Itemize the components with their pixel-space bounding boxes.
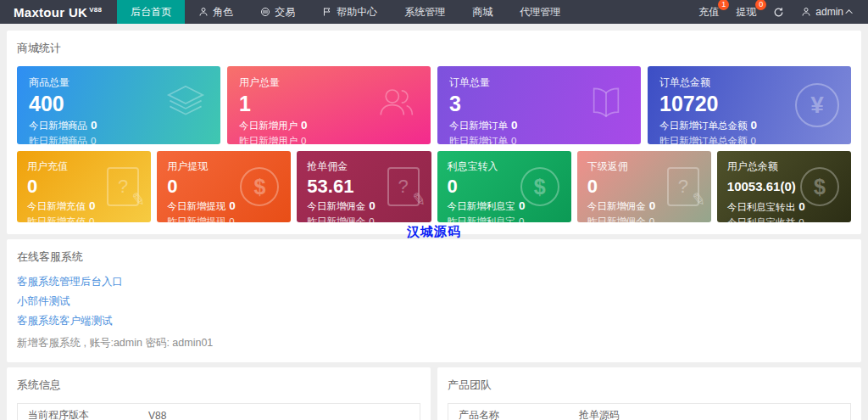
app-logo: Maxtour UK V88 [0,0,117,24]
book-icon [583,81,629,130]
document-question-icon: ?✎ [667,167,699,206]
stat-card-total-order-amount: 订单总金额 10720 今日新增订单总金额0 昨日新增订单总金额0 ¥ [648,66,851,144]
system-info-panel: 系统信息 当前程序版本V88 运行PHP版本7.2.33 ThinkPHP版本5… [7,367,431,420]
stat-card-interest-transfer-in: 利息宝转入 0 今日新增利息宝0 昨日新增利息宝0 $ [437,151,571,222]
stat-card-user-recharge: 用户充值 0 今日新增充值0 昨日新增充值0 ?✎ [17,151,151,222]
system-info-table: 当前程序版本V88 运行PHP版本7.2.33 ThinkPHP版本5.1.38… [17,403,420,420]
table-row: 产品名称抢单源码 [448,404,851,420]
stat-card-user-total-balance: 用户总余额 10053.61(0) 今日利息宝转出0 今日利息宝收益0 $ [717,151,851,222]
yen-circle-icon: ¥ [795,83,839,127]
service-client-test-link[interactable]: 客服系统客户端测试 [17,314,851,328]
service-account-note: 新增客服系统 , 账号:admin 密码: admin01 [17,336,851,350]
nav-item-help-center[interactable]: 帮助中心 [309,0,391,24]
product-team-panel: 产品团队 产品名称抢单源码 产品说明本产品只为学习测试交流,请勿要做商业或者用于… [437,367,861,420]
widget-test-link[interactable]: 小部件测试 [17,294,851,308]
stat-card-total-users: 用户总量 1 今日新增用户0 昨日新增用户0 [227,66,431,144]
user-menu[interactable]: admin [801,6,853,18]
transaction-icon [260,7,270,17]
flag-icon [322,7,332,17]
dollar-circle-icon: $ [520,167,559,206]
nav-item-mall[interactable]: 商城 [459,0,506,24]
withdraw-badge: 0 [755,0,766,10]
app-logo-version: V88 [89,6,102,14]
table-row: 当前程序版本V88 [18,404,420,420]
customer-service-panel: 在线客服系统 客服系统管理后台入口 小部件测试 客服系统客户端测试 新增客服系统… [7,239,861,362]
service-admin-entry-link[interactable]: 客服系统管理后台入口 [17,275,851,288]
stats-row-1: 商品总量 400 今日新增商品0 昨日新增商品0 用户总量 1 今日新增用户0 … [17,66,851,144]
document-question-icon: ?✎ [387,167,420,206]
product-team-table: 产品名称抢单源码 产品说明本产品只为学习测试交流,请勿要做商业或者用于违法行为,… [448,403,851,420]
panel-title-mall-statistics: 商城统计 [17,41,851,56]
stat-card-total-products: 商品总量 400 今日新增商品0 昨日新增商品0 [17,66,220,144]
main-nav: 后台首页 角色 交易 帮助中心 系统管理 商城 代理管理 [117,0,683,24]
nav-item-agent-management[interactable]: 代理管理 [506,0,574,24]
stats-row-2: 用户充值 0 今日新增充值0 昨日新增充值0 ?✎ 用户提现 0 今日新增提现0… [17,151,851,222]
stat-card-user-withdraw: 用户提现 0 今日新增提现0 昨日新增提现0 $ [157,151,291,222]
panel-title-product-team: 产品团队 [448,378,851,393]
bottom-panels: 系统信息 当前程序版本V88 运行PHP版本7.2.33 ThinkPHP版本5… [7,367,861,420]
dollar-circle-icon: $ [240,167,279,206]
stat-card-total-orders: 订单总量 3 今日新增订单0 昨日新增订单0 [437,66,641,144]
layers-icon [163,81,209,130]
person-icon [198,7,209,17]
refresh-icon [773,7,784,18]
mall-statistics-panel: 商城统计 商品总量 400 今日新增商品0 昨日新增商品0 用户总量 1 今日新… [7,31,861,234]
document-question-icon: ?✎ [107,167,139,206]
stat-card-subordinate-rebate: 下级返佣 0 今日新增佣金0 昨日新增佣金0 ?✎ [577,151,711,222]
recharge-badge: 1 [718,0,729,10]
recharge-link[interactable]: 充值 1 [698,5,719,20]
stat-card-order-commission: 抢单佣金 53.61 今日新增佣金0 昨日新增佣金0 ?✎ [297,151,431,222]
main-content: 汉城源码 商城统计 商品总量 400 今日新增商品0 昨日新增商品0 用户总量 … [0,24,868,420]
app-logo-text: Maxtour UK [14,5,87,20]
users-icon [373,81,419,130]
chevron-up-icon [845,9,852,16]
withdraw-link[interactable]: 提现 0 [736,5,756,20]
nav-item-dashboard[interactable]: 后台首页 [117,0,185,24]
nav-item-roles[interactable]: 角色 [185,0,247,24]
panel-title-customer-service: 在线客服系统 [17,249,851,265]
username: admin [815,6,843,18]
user-icon [801,7,811,17]
nav-item-system-management[interactable]: 系统管理 [391,0,459,24]
header-actions: 充值 1 提现 0 admin [683,0,868,24]
top-header: Maxtour UK V88 后台首页 角色 交易 帮助中心 系统管理 商城 代… [0,0,868,24]
watermark-text: 汉城源码 [407,224,461,240]
dollar-circle-icon: $ [800,167,839,206]
refresh-button[interactable] [773,7,784,18]
panel-title-system-info: 系统信息 [17,378,420,393]
nav-item-transactions[interactable]: 交易 [247,0,309,24]
